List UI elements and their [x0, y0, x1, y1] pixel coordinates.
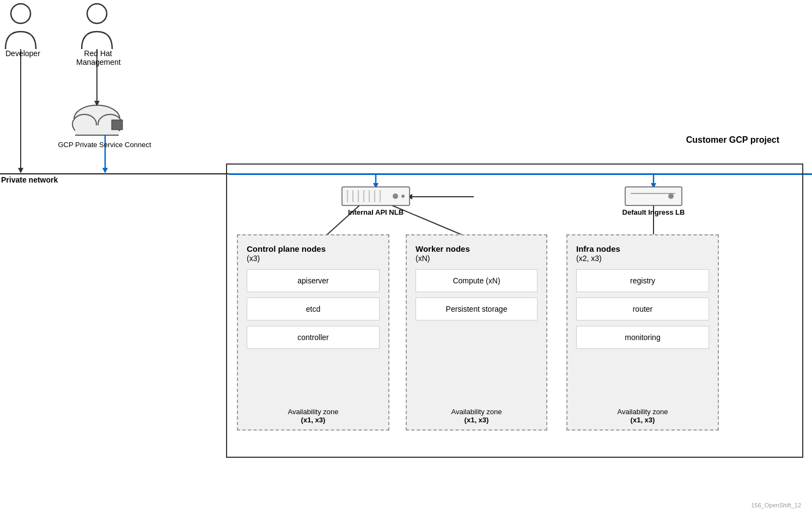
- worker-az: Availability zone (x1, x3): [407, 408, 546, 424]
- customer-gcp-label: Customer GCP project: [686, 135, 779, 145]
- redhat-mgmt-label: Red HatManagement: [76, 49, 120, 66]
- svg-point-1: [87, 4, 107, 23]
- infra-az: Availability zone (x1, x3): [567, 408, 718, 424]
- router-item: router: [576, 298, 709, 320]
- svg-marker-13: [102, 168, 108, 173]
- watermark: 156_OpenShift_12: [751, 502, 801, 508]
- monitoring-item: monitoring: [576, 326, 709, 349]
- svg-point-2: [74, 105, 120, 132]
- registry-item: registry: [576, 269, 709, 292]
- worker-nodes-title: Worker nodes (xN): [416, 244, 538, 263]
- gcp-psc-label: GCP Private Service Connect: [45, 141, 164, 149]
- svg-rect-7: [112, 120, 123, 130]
- worker-nodes-zone: Worker nodes (xN) Compute (xN) Persisten…: [406, 234, 547, 431]
- default-ingress-lb-label: Default Ingress LB: [615, 208, 692, 216]
- control-plane-az: Availability zone (x1, x3): [238, 408, 388, 424]
- private-network-label: Private network: [1, 175, 58, 184]
- diagram-container: GCP Private Service Connect Developer Re…: [0, 0, 812, 515]
- control-plane-zone: Control plane nodes (x3) apiserver etcd …: [237, 234, 389, 431]
- control-plane-title: Control plane nodes (x3): [247, 244, 380, 263]
- developer-label: Developer: [5, 49, 38, 58]
- apiserver-item: apiserver: [247, 269, 380, 292]
- svg-marker-9: [18, 168, 23, 173]
- persistent-storage-item: Persistent storage: [416, 298, 538, 320]
- etcd-item: etcd: [247, 298, 380, 320]
- svg-point-3: [72, 114, 96, 134]
- internal-api-nlb-label: Internal API NLB: [337, 208, 415, 216]
- svg-marker-11: [94, 101, 100, 106]
- svg-rect-5: [75, 125, 119, 135]
- infra-nodes-title: Infra nodes (x2, x3): [576, 244, 709, 263]
- compute-item: Compute (xN): [416, 269, 538, 292]
- infra-nodes-zone: Infra nodes (x2, x3) registry router mon…: [566, 234, 719, 431]
- svg-point-0: [11, 4, 30, 23]
- private-network-line: [0, 173, 229, 174]
- controller-item: controller: [247, 326, 380, 349]
- svg-point-4: [98, 114, 122, 134]
